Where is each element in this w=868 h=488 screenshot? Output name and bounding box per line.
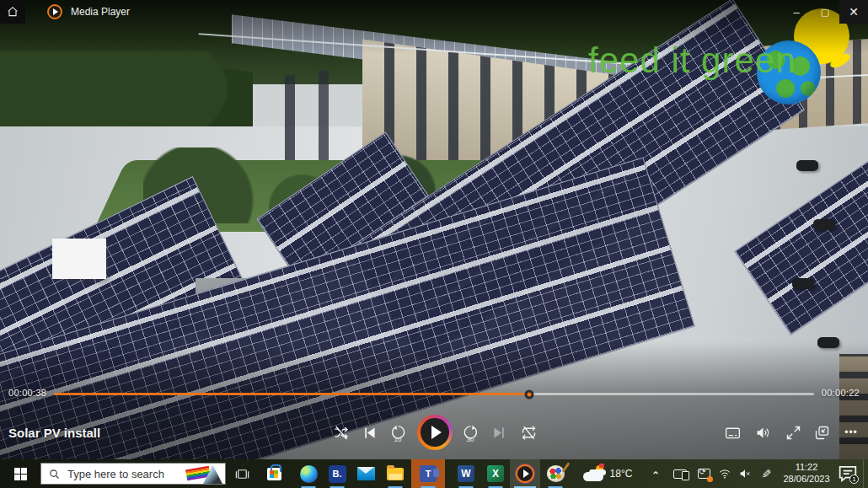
elapsed-time: 00:00:38 [8,388,46,398]
maximize-button[interactable]: ▢ [811,0,839,24]
search-input[interactable] [67,468,177,480]
show-desktop-button[interactable] [863,459,868,488]
b-app-icon: B. [329,465,346,483]
previous-track-icon [361,424,378,442]
repeat-off-button[interactable] [517,421,540,444]
more-options-button[interactable]: ••• [839,421,863,444]
repeat-off-icon [520,424,538,442]
clock-time: 11:22 [796,462,818,474]
taskbar: B. T W X [0,459,868,488]
weather-temperature: 18°C [610,468,633,480]
sync-alert-badge [707,476,713,482]
search-icon [48,468,61,480]
next-track-button[interactable] [487,421,511,444]
remaining-time: 00:00:22 [822,388,860,398]
next-track-icon [490,424,508,442]
weather-icon [583,466,605,481]
volume-button[interactable] [751,421,774,444]
mini-player-button[interactable] [810,421,833,444]
video-content[interactable]: feed it green Media Player – ▢ ✕ 00:00:3… [0,0,868,459]
volume-icon [754,424,772,442]
mini-player-icon [813,424,831,442]
microsoft-store-icon [267,468,281,480]
taskbar-teams-button[interactable]: T [411,459,445,488]
seek-thumb[interactable] [524,389,533,399]
taskbar-mail-button[interactable] [351,459,380,488]
excel-icon: X [487,465,504,482]
minimize-button[interactable]: – [782,0,811,24]
media-player-window: feed it green Media Player – ▢ ✕ 00:00:3… [0,0,868,488]
taskbar-clock[interactable]: 11:22 28/06/2023 [777,459,836,488]
task-view-button[interactable] [228,459,256,488]
shuffle-off-icon [332,424,350,442]
ballast-block [792,278,814,289]
skip-back-10-button[interactable]: 10 [386,421,410,444]
clock-date: 28/06/2023 [783,474,829,485]
taskbar-edge-button[interactable] [294,459,323,488]
windows-logo-icon [14,468,27,480]
previous-track-button[interactable] [357,421,381,444]
taskbar-paint-button[interactable] [541,459,570,488]
player-controls: Solar PV install 10 [0,413,868,452]
taskbar-b-app-button[interactable]: B. [323,459,351,488]
tray-show-hidden-icons[interactable]: ⌃ [646,461,666,488]
taskbar-excel-button[interactable]: X [481,459,510,488]
media-player-app-icon [47,4,62,19]
seek-bar-played [54,393,529,395]
tray-pen-button[interactable]: ✎ [752,464,780,483]
weather-widget[interactable]: 18°C [575,459,640,488]
ballast-block [796,160,818,171]
roof-box-white [52,239,106,279]
play-icon [421,418,449,447]
task-view-icon [234,466,250,482]
titlebar: Media Player – ▢ ✕ [0,0,868,24]
connected-device-icon [673,469,687,479]
ballast-block [813,219,835,230]
edge-browser-icon [300,465,318,483]
volume-muted-icon [738,467,752,480]
wifi-icon [718,467,731,480]
word-icon: W [458,465,474,482]
file-explorer-icon [387,468,404,480]
shuffle-off-button[interactable] [329,421,352,444]
tray-device-button[interactable] [669,459,691,488]
action-center-button[interactable]: 1 [836,459,860,488]
close-button[interactable]: ✕ [839,0,868,24]
taskbar-file-explorer-button[interactable] [381,459,410,488]
pride-prism-graphic [186,464,223,485]
skip-back-seconds-label: 10 [386,436,410,443]
teams-icon: T [420,465,437,482]
fullscreen-icon [785,424,802,442]
mail-icon [357,467,375,480]
notification-count-badge: 1 [849,475,859,484]
skip-forward-30-button[interactable]: 30 [458,421,482,444]
tray-sync-button[interactable] [693,459,715,488]
seek-row: 00:00:38 00:00:22 [0,384,868,401]
taskbar-search[interactable] [40,463,226,485]
subtitles-icon [724,424,742,442]
taskbar-word-button[interactable]: W [452,459,480,488]
paint-icon [547,465,565,482]
play-button[interactable] [417,415,453,450]
seek-bar[interactable] [54,393,814,395]
home-button[interactable] [0,0,25,24]
taskbar-media-player-button[interactable] [510,459,540,488]
video-title: Solar PV install [8,413,100,452]
skip-forward-seconds-label: 30 [458,436,482,443]
start-button[interactable] [0,459,40,488]
fullscreen-button[interactable] [781,421,805,444]
taskbar-store-button[interactable] [260,459,288,488]
media-player-icon [516,464,534,483]
home-icon [6,5,19,19]
window-title: Media Player [71,6,130,18]
tray-network-button[interactable] [715,459,735,488]
subtitles-button[interactable] [721,421,744,444]
